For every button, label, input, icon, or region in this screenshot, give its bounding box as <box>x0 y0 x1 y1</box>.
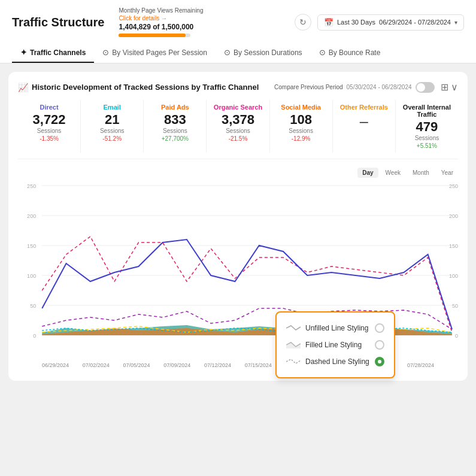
chart-icon: 📈 <box>18 83 28 92</box>
customize-icon[interactable]: ⊞ ∨ <box>441 81 458 93</box>
unfilled-radio[interactable] <box>375 323 384 333</box>
tab-traffic-channels-label: Traffic Channels <box>30 48 86 57</box>
compare-date: 05/30/2024 - 06/28/2024 <box>347 84 412 90</box>
metric-email-value: 21 <box>83 113 141 126</box>
metric-social-change: -12.9% <box>272 135 330 142</box>
refresh-button[interactable]: ↻ <box>295 14 311 31</box>
compare-label: Compare Previous Period <box>274 84 343 90</box>
metric-internal-change: +5.51% <box>398 143 456 149</box>
metric-direct-change: -1.35% <box>20 135 78 142</box>
dropdown-option-dashed[interactable]: Dashed Line Styling <box>286 353 384 370</box>
date-picker[interactable]: 📅 Last 30 Days 06/29/2024 - 07/28/2024 ▾ <box>317 14 464 31</box>
tab-bounce-rate-label: By Bounce Rate <box>329 48 381 57</box>
page-title: Traffic Structure <box>12 16 104 29</box>
svg-text:150: 150 <box>449 243 458 249</box>
metric-referrals-channel: Other Referrals <box>335 104 393 111</box>
chart-card: 📈 Historic Development of Tracked Sessio… <box>8 72 468 381</box>
metric-internal-label: Sessions <box>398 135 456 141</box>
metric-organic-value: 3,378 <box>209 113 266 126</box>
filled-label-text: Filled Line Styling <box>305 341 362 349</box>
metric-internal: Overall Internal Traffic 479 Sessions +5… <box>396 100 458 153</box>
tab-visited-pages-label: By Visited Pages Per Session <box>112 48 207 57</box>
nav-tabs: ✦ Traffic Channels ⊙ By Visited Pages Pe… <box>12 43 464 63</box>
unfilled-option-label: Unfilled Line Styling <box>286 324 368 332</box>
svg-text:50: 50 <box>452 303 458 309</box>
page-views-info: Monthly Page Views Remaining Click for d… <box>119 7 203 37</box>
metric-social-label: Sessions <box>272 128 330 134</box>
x-label-10: 07/28/2024 <box>407 362 434 368</box>
metric-email: Email 21 Sessions -51.2% <box>81 100 144 153</box>
header-top: Traffic Structure Monthly Page Views Rem… <box>12 7 464 37</box>
title-section: Traffic Structure Monthly Page Views Rem… <box>12 7 204 37</box>
svg-text:200: 200 <box>449 213 458 219</box>
metric-email-change: -51.2% <box>83 135 141 142</box>
svg-text:0: 0 <box>33 333 36 339</box>
visited-pages-icon: ⊙ <box>102 48 109 57</box>
tab-traffic-channels[interactable]: ✦ Traffic Channels <box>12 43 94 63</box>
metric-direct-channel: Direct <box>20 104 78 111</box>
line-style-dropdown: Unfilled Line Styling Filled Line Stylin… <box>275 311 395 378</box>
filled-radio[interactable] <box>375 340 384 350</box>
x-label-6: 07/15/2024 <box>245 362 272 368</box>
dashed-radio[interactable] <box>375 357 384 366</box>
metric-paid-ads-change: +27,700% <box>146 135 204 142</box>
chevron-down-icon: ▾ <box>454 19 457 26</box>
tab-session-durations-label: By Session Durations <box>234 48 302 57</box>
metric-paid-ads-channel: Paid Ads <box>146 104 204 111</box>
time-btn-day[interactable]: Day <box>357 168 378 178</box>
progress-bar <box>119 34 190 37</box>
svg-text:50: 50 <box>30 303 36 309</box>
calendar-icon: 📅 <box>324 18 333 27</box>
metric-organic-change: -21.5% <box>209 135 266 142</box>
metric-social-channel: Social Media <box>272 104 330 111</box>
time-btn-week[interactable]: Week <box>381 168 405 178</box>
time-btn-year[interactable]: Year <box>436 168 458 178</box>
progress-bar-fill <box>119 34 186 37</box>
page-views-label: Monthly Page Views Remaining <box>119 7 203 14</box>
tab-visited-pages[interactable]: ⊙ By Visited Pages Per Session <box>94 43 216 63</box>
metric-direct: Direct 3,722 Sessions -1.35% <box>18 100 81 153</box>
dropdown-option-filled[interactable]: Filled Line Styling <box>286 336 384 353</box>
date-range-preset: Last 30 Days <box>337 19 375 26</box>
svg-text:250: 250 <box>27 183 36 189</box>
x-label-4: 07/09/2024 <box>163 362 190 368</box>
compare-toggle[interactable] <box>416 82 435 93</box>
x-label-2: 07/02/2024 <box>83 362 110 368</box>
app-container: Traffic Structure Monthly Page Views Rem… <box>0 0 476 389</box>
toggle-knob <box>417 83 425 92</box>
x-label-3: 07/05/2024 <box>123 362 150 368</box>
metric-social: Social Media 108 Sessions -12.9% <box>270 100 333 153</box>
chart-title: Historic Development of Tracked Sessions… <box>32 83 259 92</box>
chart-controls: Day Week Month Year <box>357 168 458 178</box>
metric-organic: Organic Search 3,378 Sessions -21.5% <box>207 100 269 153</box>
traffic-channels-icon: ✦ <box>20 48 27 57</box>
svg-text:0: 0 <box>455 333 458 339</box>
dashed-label-text: Dashed Line Styling <box>305 357 369 366</box>
time-btn-month[interactable]: Month <box>408 168 434 178</box>
dropdown-option-unfilled[interactable]: Unfilled Line Styling <box>286 320 384 336</box>
tab-session-durations[interactable]: ⊙ By Session Durations <box>216 43 311 63</box>
chart-title-section: 📈 Historic Development of Tracked Sessio… <box>18 83 259 92</box>
chart-header-right: Compare Previous Period 05/30/2024 - 06/… <box>274 81 458 93</box>
filled-option-label: Filled Line Styling <box>286 341 362 349</box>
metric-internal-value: 479 <box>398 120 456 134</box>
svg-text:100: 100 <box>27 273 36 279</box>
main-content: 📈 Historic Development of Tracked Sessio… <box>0 63 476 389</box>
svg-text:100: 100 <box>449 273 458 279</box>
compare-period: Compare Previous Period 05/30/2024 - 06/… <box>274 82 434 93</box>
dashed-line-preview <box>286 358 301 365</box>
metric-organic-label: Sessions <box>209 128 266 134</box>
unfilled-line-preview <box>286 325 301 332</box>
metric-email-label: Sessions <box>83 128 141 134</box>
chart-header: 📈 Historic Development of Tracked Sessio… <box>18 81 458 93</box>
header: Traffic Structure Monthly Page Views Rem… <box>0 0 476 63</box>
tab-bounce-rate[interactable]: ⊙ By Bounce Rate <box>311 43 389 63</box>
bounce-rate-icon: ⊙ <box>319 48 326 57</box>
page-views-link[interactable]: Click for details → <box>119 15 203 22</box>
x-label-5: 07/12/2024 <box>204 362 231 368</box>
metric-paid-ads-value: 833 <box>146 113 204 126</box>
metric-internal-channel: Overall Internal Traffic <box>398 104 456 118</box>
metric-direct-value: 3,722 <box>20 113 78 126</box>
session-durations-icon: ⊙ <box>224 48 231 57</box>
metric-email-channel: Email <box>83 104 141 111</box>
